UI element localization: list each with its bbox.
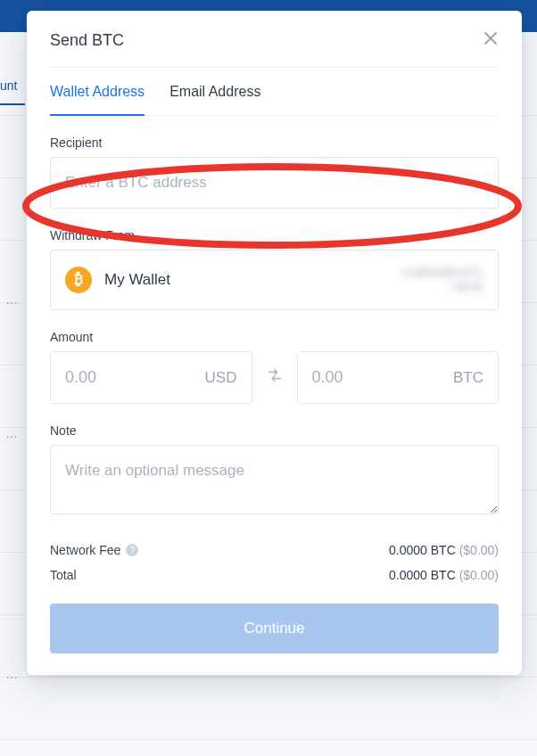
network-fee-label: Network Fee: [50, 543, 120, 557]
recipient-label: Recipient: [50, 136, 499, 150]
recipient-section: Recipient: [50, 136, 499, 209]
withdraw-from-select[interactable]: ₿ My Wallet 0.00000000 BTC ≈ $0.00: [50, 250, 499, 310]
modal-header: Send BTC: [27, 11, 522, 67]
network-fee-value: 0.0000 BTC ($0.00): [389, 543, 499, 557]
address-type-tabs: Wallet Address Email Address: [50, 67, 499, 116]
usd-currency-label: USD: [205, 369, 237, 387]
modal-title: Send BTC: [50, 31, 124, 50]
total-label: Total: [50, 568, 77, 582]
swap-currency-button[interactable]: [265, 366, 285, 390]
amount-section: Amount USD BTC: [50, 330, 499, 404]
note-label: Note: [50, 423, 499, 438]
note-input[interactable]: [50, 445, 499, 514]
btc-currency-label: BTC: [453, 369, 483, 387]
recipient-input[interactable]: [50, 157, 499, 209]
amount-label: Amount: [50, 330, 499, 344]
amount-btc-input[interactable]: [298, 352, 409, 403]
close-icon: [483, 30, 499, 46]
withdraw-from-section: Withdraw From ₿ My Wallet 0.00000000 BTC…: [50, 228, 499, 310]
note-section: Note: [50, 423, 499, 518]
send-btc-modal: Send BTC Wallet Address Email Address Re…: [27, 11, 522, 675]
wallet-name: My Wallet: [104, 271, 170, 289]
background-ellipsis: …: [5, 292, 18, 307]
fee-summary: Network Fee ? 0.0000 BTC ($0.00) Total 0…: [50, 538, 499, 588]
continue-button[interactable]: Continue: [50, 604, 499, 653]
amount-usd-box: USD: [50, 351, 252, 404]
amount-usd-input[interactable]: [51, 352, 162, 403]
background-ellipsis: …: [5, 667, 18, 681]
wallet-balance-blurred: 0.00000000 BTC ≈ $0.00: [402, 267, 483, 293]
background-ellipsis: …: [5, 426, 18, 440]
withdraw-from-label: Withdraw From: [50, 228, 499, 242]
help-icon[interactable]: ?: [126, 544, 138, 556]
swap-icon: [265, 366, 285, 385]
tab-email-address[interactable]: Email Address: [169, 68, 260, 116]
amount-btc-box: BTC: [297, 351, 500, 404]
close-button[interactable]: [483, 30, 499, 51]
tab-wallet-address[interactable]: Wallet Address: [50, 68, 145, 116]
total-value: 0.0000 BTC ($0.00): [389, 568, 499, 582]
bitcoin-icon: ₿: [65, 267, 92, 293]
